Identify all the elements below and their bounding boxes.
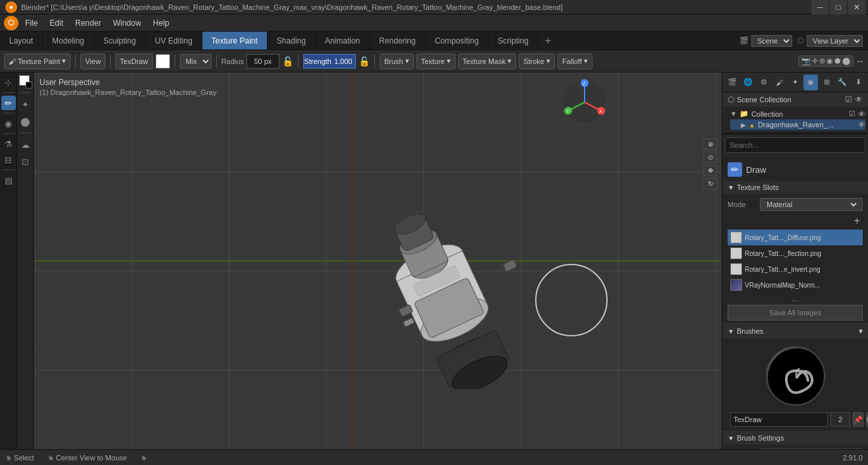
strength-lock-icon[interactable]: 🔓: [359, 56, 370, 67]
filter-icon[interactable]: ⬇: [851, 75, 865, 90]
window-menu[interactable]: Window: [107, 17, 146, 29]
transform-icon[interactable]: ↔: [855, 56, 864, 66]
color-picker-tool[interactable]: ✦: [18, 97, 33, 111]
scene-dropdown[interactable]: Scene: [751, 35, 792, 47]
color-swatch[interactable]: [156, 54, 170, 69]
material-preview-icon[interactable]: ⬟: [834, 57, 841, 65]
render-preview-icon[interactable]: ◉: [826, 57, 833, 65]
brush-pin-button[interactable]: 📌: [853, 412, 863, 427]
color-history[interactable]: ⬤: [18, 114, 33, 129]
minimize-button[interactable]: ─: [811, 0, 828, 15]
brushes-expand-icon[interactable]: ▾: [859, 326, 863, 336]
file-menu[interactable]: File: [20, 17, 43, 29]
mode-dropdown[interactable]: Material: [764, 200, 859, 209]
add-tab-button[interactable]: +: [538, 32, 558, 49]
maximize-button[interactable]: □: [830, 0, 847, 15]
collection-checkbox[interactable]: ☑: [849, 109, 855, 118]
tab-texture-paint[interactable]: Texture Paint: [202, 32, 268, 49]
mask-tool[interactable]: ▤: [1, 173, 16, 187]
more-items-button[interactable]: ...: [728, 293, 863, 305]
foreground-color-swatch[interactable]: [19, 75, 32, 88]
texture-item-0[interactable]: Rotary_Tatt..._Diffuse.png: [728, 230, 863, 245]
camera-icon[interactable]: 📷: [801, 57, 811, 65]
modifier-icon-btn[interactable]: 🔧: [835, 75, 850, 90]
stroke-button[interactable]: Stroke ▾: [519, 53, 555, 69]
brushes-header[interactable]: ▼ Brushes ▾: [722, 324, 868, 338]
properties-icon-btn[interactable]: ⚙: [757, 75, 771, 90]
view-layer-icon: ⬡: [797, 36, 804, 45]
tab-rendering[interactable]: Rendering: [370, 32, 425, 49]
orbit-button[interactable]: ↻: [703, 178, 718, 189]
scene-collection-header[interactable]: ⬡ Scene Collection ☑ 👁: [722, 92, 868, 107]
brush-selector[interactable]: TexDraw: [115, 53, 153, 69]
clone-stamp-tool[interactable]: ⊡: [18, 154, 33, 169]
falloff-button[interactable]: Falloff ▾: [558, 53, 593, 69]
select-tool[interactable]: ⊹: [1, 75, 16, 90]
object-expand-icon[interactable]: ▶: [741, 121, 746, 129]
tab-compositing[interactable]: Compositing: [426, 32, 489, 49]
version-label: 2.91.0: [842, 454, 863, 462]
help-menu[interactable]: Help: [148, 17, 175, 29]
navigation-gizmo[interactable]: Z X Y: [560, 78, 610, 127]
bg-swatch: [26, 82, 32, 88]
edit-menu[interactable]: Edit: [44, 17, 69, 29]
collection-vis[interactable]: 👁: [858, 110, 865, 118]
tab-scripting[interactable]: Scripting: [488, 32, 538, 49]
add-texture-button[interactable]: +: [852, 215, 863, 227]
tab-layout[interactable]: Layout: [0, 32, 43, 49]
view-button[interactable]: View: [80, 53, 105, 69]
render-menu[interactable]: Render: [70, 17, 106, 29]
brush-count-input[interactable]: [830, 412, 850, 427]
material-icon-btn[interactable]: ◉: [803, 75, 818, 90]
blend-mode-dropdown[interactable]: Mix: [180, 54, 212, 69]
texture-menu-button[interactable]: Texture ▾: [417, 53, 455, 69]
renderlayers-icon-btn[interactable]: 🌐: [741, 75, 755, 90]
texture-item-2[interactable]: Rotary_Tatt...e_invert.png: [728, 261, 863, 277]
gizmo-icon[interactable]: ✛: [812, 57, 818, 65]
pan-button[interactable]: ✥: [703, 165, 718, 176]
brush-settings-body: Blend Mix Radius 50 px: [722, 445, 868, 449]
blender-menu-logo[interactable]: ⬡: [4, 16, 18, 30]
brush-menu-button[interactable]: Brush ▾: [380, 53, 414, 69]
save-all-images-button[interactable]: Save All Images: [728, 305, 863, 321]
radius-lock-icon[interactable]: 🔓: [282, 56, 293, 67]
texture-item-3[interactable]: VRayNormalMap_Norm...: [728, 277, 863, 293]
tab-modeling[interactable]: Modeling: [43, 32, 94, 49]
zoom-to-fit-button[interactable]: ⊕: [703, 139, 718, 150]
texture-slots-header[interactable]: ▼ Texture Slots: [722, 181, 868, 194]
collection-caret[interactable]: ▼: [730, 110, 737, 117]
close-button[interactable]: ✕: [848, 0, 865, 15]
mode-selector[interactable]: 🖌 Texture Paint ▾: [4, 53, 71, 69]
tab-sculpting[interactable]: Sculpting: [94, 32, 146, 49]
brush-search-input[interactable]: [725, 137, 865, 153]
smear-tool[interactable]: ⚗: [1, 137, 16, 151]
constraints-icon-btn[interactable]: ⊞: [819, 75, 834, 90]
viewport[interactable]: User Perspective (1) Dragonhawk_Raven_Ro…: [34, 73, 722, 449]
tab-animation[interactable]: Animation: [316, 32, 370, 49]
tool-divider2: [3, 113, 14, 113]
object-vis[interactable]: 👁: [858, 121, 865, 129]
scene-collection-checkbox[interactable]: ☑: [845, 95, 852, 104]
fill-tool[interactable]: ◉: [1, 116, 16, 131]
view-layer-dropdown[interactable]: View Layer: [807, 35, 863, 47]
mode-value-box[interactable]: Material: [760, 198, 863, 211]
strength-bar[interactable]: Strength 1.000: [303, 54, 356, 69]
radius-input[interactable]: [246, 54, 279, 69]
particles-icon-btn[interactable]: ✦: [788, 75, 803, 90]
clone-tool[interactable]: ⊟: [1, 152, 16, 167]
active-tool-icon-btn[interactable]: 🖌: [772, 75, 787, 90]
mask-paint-tool[interactable]: ☁: [18, 137, 33, 152]
brush-name-input[interactable]: [730, 412, 828, 427]
focus-object-button[interactable]: ⊙: [703, 152, 718, 163]
draw-tool[interactable]: ✏: [1, 96, 16, 110]
texture-mask-button[interactable]: Texture Mask ▾: [458, 53, 516, 69]
texture-item-1[interactable]: Rotary_Tatt..._flection.png: [728, 245, 863, 261]
svg-text:Z: Z: [583, 81, 586, 86]
overlay-icon[interactable]: ⊛: [819, 57, 825, 65]
tab-uv-editing[interactable]: UV Editing: [146, 32, 202, 49]
scene-icon-btn[interactable]: 🎬: [725, 75, 739, 90]
brush-settings-header[interactable]: ▼ Brush Settings: [722, 431, 868, 445]
solid-view-icon[interactable]: ⬤: [842, 57, 850, 65]
tab-shading[interactable]: Shading: [268, 32, 316, 49]
scene-collection-vis-icon[interactable]: 👁: [855, 95, 863, 104]
